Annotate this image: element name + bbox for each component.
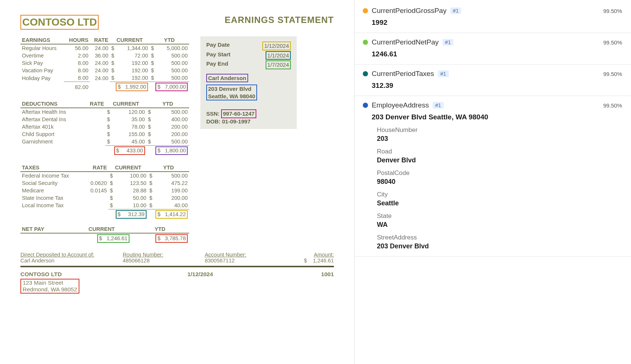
subfield-label: State (377, 212, 622, 220)
table-row: Local Income Tax$10.00$40.00 (20, 202, 189, 209)
pay-date-label: Pay Date (206, 42, 230, 50)
field-value: 1246.61 (372, 50, 622, 58)
col-hours: HOURS (64, 36, 90, 44)
extracted-field[interactable]: CurrentPeriodTaxes #1 99.50% 312.39 (355, 64, 631, 96)
footer-address: 123 Main Street Redmond, WA 98052 (20, 279, 79, 294)
field-name: EmployeeAddress (372, 101, 429, 109)
field-value: 203 Denver Blvd Seattle, WA 98040 (372, 113, 622, 121)
deposit-label: Direct Deposited to Account of: (20, 252, 108, 258)
amount-label: Amount: (287, 252, 334, 258)
employee-address: 203 Denver Blvd Seattle, WA 98040 (206, 85, 257, 100)
field-name: CurrentPeriodTaxes (372, 70, 434, 78)
table-row: Holiday Pay8.0024.00$192.00$500.00 (20, 74, 189, 82)
taxes-header: TAXES (20, 164, 81, 172)
color-dot-icon (363, 103, 368, 108)
instance-badge: #1 (433, 102, 444, 109)
earnings-total-ytd: $ 7,000.00 (155, 83, 188, 91)
field-name: CurrentPeriodGrossPay (372, 7, 447, 15)
table-row: Aftertax Health Ins$120.00$500.00 (20, 108, 189, 116)
netpay-ytd: $ 3,785.78 (155, 234, 188, 243)
company-title: CONTOSO LTD (20, 15, 99, 30)
bank-info: Direct Deposited to Account of: Carl And… (20, 252, 334, 267)
col-current: CURRENT (105, 100, 146, 108)
netpay-current: $ 1,246.61 (97, 234, 129, 243)
taxes-total-current: $ 312.39 (116, 210, 147, 219)
deductions-total-ytd: $ 1,800.00 (155, 146, 188, 155)
employee-info-box: Pay Date1/12/2024 Pay Start1/1/2024 Pay … (200, 36, 297, 129)
col-ytd: YTD (149, 36, 189, 44)
subfield-value: Seattle (377, 199, 622, 207)
col-rate: RATE (90, 36, 110, 44)
subfield-value: 98040 (377, 178, 622, 186)
table-row: Sick Pay8.0024.00$192.00$500.00 (20, 59, 189, 67)
account-number: 8300567112 (205, 258, 272, 264)
confidence: 99.50% (603, 39, 622, 46)
subfield-value: 203 Denver Blvd (377, 242, 622, 250)
deductions-header: DEDUCTIONS (20, 100, 80, 108)
col-ytd: YTD (131, 225, 189, 233)
deposit-name: Carl Anderson (20, 258, 108, 264)
field-value: 1992 (372, 19, 622, 27)
table-row: Social Security0.0620$123.50$475.22 (20, 179, 189, 187)
pay-start-label: Pay Start (206, 51, 230, 60)
col-ytd: YTD (148, 164, 189, 172)
account-label: Account Number: (205, 252, 272, 258)
routing-label: Routing Number: (123, 252, 190, 258)
field-name: CurrentPeriodNetPay (372, 38, 439, 46)
employee-name: Carl Anderson (206, 74, 248, 83)
table-row: State Income Tax$50.00$200.00 (20, 194, 189, 202)
subfield-label: City (377, 191, 622, 198)
extraction-panel[interactable]: CurrentPeriodGrossPay #1 99.50% 1992 Cur… (354, 0, 631, 364)
extracted-field[interactable]: CurrentPeriodGrossPay #1 99.50% 1992 (355, 1, 631, 33)
pay-end-label: Pay End (206, 60, 228, 69)
subfield-label: HouseNumber (377, 126, 622, 134)
netpay-header: NET PAY (20, 225, 63, 233)
table-row: Medicare0.0145$28.88$199.00 (20, 187, 189, 194)
pay-date: 1/12/2024 (262, 42, 291, 50)
document-viewer: CONTOSO LTD EARNINGS STATEMENT EARNINGS … (0, 0, 354, 364)
instance-badge: #1 (450, 7, 461, 14)
subfield-label: StreetAddress (377, 234, 622, 241)
col-rate: RATE (84, 100, 106, 108)
confidence: 99.50% (603, 71, 622, 77)
taxes-table: TAXES RATE CURRENT YTD Federal Income Ta… (20, 164, 189, 219)
table-row: Vacation Pay8.0024.00$192.00$500.00 (20, 67, 189, 74)
earnings-header: EARNINGS (20, 36, 64, 44)
earnings-total-hours: 82.00 (64, 82, 90, 92)
deductions-table: DEDUCTIONS RATE CURRENT YTD Aftertax Hea… (20, 100, 189, 156)
col-current: CURRENT (110, 36, 149, 44)
footer-date: 1/12/2024 (187, 271, 213, 294)
instance-badge: #1 (443, 39, 454, 46)
extracted-field[interactable]: EmployeeAddress #1 99.50% 203 Denver Blv… (355, 96, 631, 257)
table-row: Garnishment$45.00$500.00 (20, 138, 189, 146)
subfield-label: Road (377, 148, 622, 155)
field-value: 312.39 (372, 82, 622, 90)
table-row: Aftertax 401k$78.00$200.00 (20, 123, 189, 130)
col-rate: RATE (85, 164, 109, 172)
earnings-table: EARNINGS HOURS RATE CURRENT YTD Regular … (20, 36, 189, 92)
table-row: Regular Hours56.0024.00$1,344.00$5,000.0… (20, 44, 189, 52)
footer-number: 1001 (321, 271, 334, 294)
deductions-total-current: $ 433.00 (114, 146, 145, 155)
ssn: 997-60-1247 (221, 109, 256, 118)
routing-number: 485066128 (123, 258, 190, 264)
statement-title: EARNINGS STATEMENT (225, 15, 334, 25)
amount: $ 1,246.61 (287, 258, 334, 264)
table-row: Child Support$155.00$200.00 (20, 130, 189, 138)
col-current: CURRENT (72, 225, 131, 233)
col-ytd: YTD (147, 100, 189, 108)
dob: DOB: 01-09-1997 (206, 118, 291, 125)
subfield-value: WA (377, 221, 622, 229)
confidence: 99.50% (603, 102, 622, 109)
confidence: 99.50% (603, 8, 622, 14)
extracted-field[interactable]: CurrentPeriodNetPay #1 99.50% 1246.61 (355, 33, 631, 64)
ssn-label: SSN: (206, 110, 220, 117)
table-row: Overtime2.0036.00$72.00$500.00 (20, 52, 189, 59)
subfield-value: Denver Blvd (377, 156, 622, 164)
footer: CONTOSO LTD 123 Main Street Redmond, WA … (20, 271, 334, 294)
footer-company: CONTOSO LTD (20, 271, 79, 278)
subfield-label: PostalCode (377, 169, 622, 177)
subfield-value: 203 (377, 135, 622, 143)
pay-end: 1/7/2024 (266, 60, 291, 69)
instance-badge: #1 (438, 70, 449, 77)
